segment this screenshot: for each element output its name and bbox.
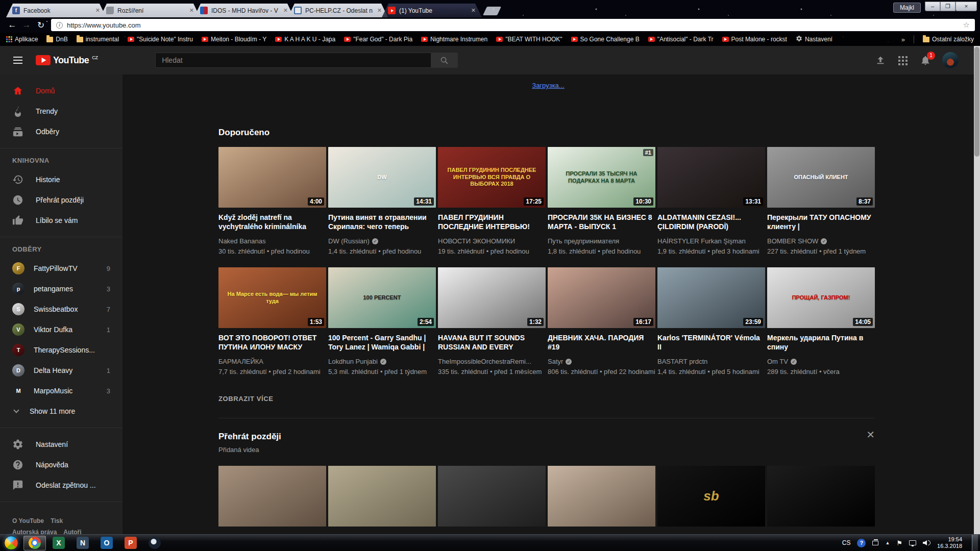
sidebar-item-trending[interactable]: Trendy — [0, 101, 122, 121]
video-channel[interactable]: Satyr ✓ — [548, 358, 655, 365]
bookmark-item[interactable]: Nightmare Instrumen — [421, 36, 487, 43]
video-card[interactable]: ПРОСРАЛИ 35 ТЫСЯЧ НА ПОДАРКАХ НА 8 МАРТА… — [548, 147, 655, 256]
window-restore-button[interactable]: ❐ — [940, 2, 955, 11]
bookmark-star-icon[interactable]: ☆ — [963, 20, 970, 30]
video-card[interactable]: ОПАСНЫЙ КЛИЕНТ 8:37 Перекрыли ТАТУ ОПАСН… — [767, 147, 875, 256]
show-hidden-icons-arrow[interactable]: ▲ — [885, 540, 890, 545]
video-card[interactable]: 100 PERCENT 2:54 100 Percent - Garry San… — [328, 267, 436, 377]
taskbar-excel[interactable]: X — [47, 536, 70, 550]
window-close-button[interactable]: × — [955, 2, 977, 11]
sidebar-subscription-item[interactable]: S Swissbeatbox 7 — [0, 299, 122, 319]
back-button[interactable]: ← — [5, 20, 19, 30]
guide-menu-button[interactable] — [0, 60, 36, 61]
sidebar-item-feedback[interactable]: Odeslat zpětnou ... — [0, 475, 122, 495]
new-tab-button[interactable] — [483, 7, 501, 15]
video-channel[interactable]: BOMBER SHOW ✓ — [767, 237, 875, 245]
video-card[interactable]: DW 14:31 Путина винят в отравлении Скрип… — [328, 147, 436, 256]
action-center-flag-icon[interactable]: ⚑ — [896, 539, 902, 547]
video-title[interactable]: ДНЕВНИК ХАЧА. ПАРОДИЯ #19 — [548, 333, 655, 352]
video-thumbnail[interactable]: 4:00 — [218, 147, 326, 208]
bookmark-settings[interactable]: Nastavení — [796, 35, 832, 43]
browser-profile-button[interactable]: Majkl — [893, 3, 921, 13]
video-thumbnail[interactable]: sb — [657, 466, 765, 527]
footer-link-press[interactable]: Tisk — [51, 517, 63, 524]
sidebar-subscription-item[interactable]: V Viktor Dufka 1 — [0, 319, 122, 340]
video-channel[interactable]: BASTART prdctn ✓ — [657, 358, 765, 365]
volume-icon[interactable] — [923, 540, 930, 545]
browser-tab-facebook[interactable]: f Facebook ✕ — [6, 4, 106, 17]
language-indicator[interactable]: CS — [842, 539, 851, 546]
browser-tab-youtube-active[interactable]: (1) YouTube ✕ — [382, 4, 482, 17]
sidebar-item-help[interactable]: Nápověda — [0, 455, 122, 475]
browser-tab-idos[interactable]: IDOS - MHD Havířov - V ✕ — [194, 4, 294, 17]
video-thumbnail[interactable]: 1:32 — [438, 267, 546, 328]
video-card[interactable]: На Марсе есть вода— мы летим туда 1:53 В… — [218, 267, 326, 377]
video-title[interactable]: Když zloděj natrefí na vychytralého krim… — [218, 213, 326, 231]
video-card[interactable]: ПАВЕЛ ГРУДИНИН ПОСЛЕДНЕЕ ИНТЕРВЬЮ ВСЯ ПР… — [438, 147, 546, 256]
upload-button[interactable] — [875, 55, 886, 66]
sidebar-item-home[interactable]: Domů — [0, 81, 122, 101]
bookmark-item[interactable]: Meiton - Bloudím - Y — [202, 36, 266, 43]
video-card[interactable]: 13:31 ALDATMANIN CEZASI!... ÇILDIRDIM (P… — [657, 147, 765, 256]
video-title[interactable]: Путина винят в отравлении Скрипаля: чего… — [328, 213, 436, 231]
bookmark-item[interactable]: K A H A K U - Japa — [275, 36, 335, 43]
start-button[interactable] — [4, 536, 18, 550]
video-channel[interactable]: БАРМАЛЕЙКА ✓ — [218, 358, 326, 365]
footer-link-creators[interactable]: Autoři — [63, 529, 81, 534]
taskbar-notes[interactable]: N — [71, 536, 94, 550]
video-thumbnail[interactable] — [767, 466, 875, 527]
video-thumbnail[interactable] — [548, 466, 655, 527]
tab-close-icon[interactable]: ✕ — [470, 7, 477, 14]
sidebar-item-liked-videos[interactable]: Líbilo se vám — [0, 210, 122, 231]
video-channel[interactable]: Путь предпринимателя ✓ — [548, 237, 655, 245]
taskbar-chrome[interactable] — [23, 536, 46, 550]
tab-close-icon[interactable]: ✕ — [188, 7, 195, 14]
bookmark-other-folder[interactable]: Ostatní záložky — [923, 36, 974, 43]
video-thumbnail[interactable]: На Марсе есть вода— мы летим туда 1:53 — [218, 267, 326, 328]
video-title[interactable]: Меркель ударила Путина в спину — [767, 333, 875, 352]
video-thumbnail[interactable]: ПРОСРАЛИ 35 ТЫСЯЧ НА ПОДАРКАХ НА 8 МАРТА… — [548, 147, 655, 208]
search-input[interactable] — [155, 53, 431, 68]
sidebar-subscription-item[interactable]: M MarpoMusic 3 — [0, 381, 122, 401]
window-tray-icon[interactable] — [872, 541, 878, 545]
bookmark-item[interactable]: So Gone Challenge B — [571, 36, 640, 43]
url-text[interactable]: https://www.youtube.com — [67, 21, 959, 29]
tab-close-icon[interactable]: ✕ — [282, 7, 289, 14]
search-button[interactable] — [431, 53, 458, 68]
youtube-logo[interactable]: YouTube CZ — [36, 55, 98, 65]
video-title[interactable]: ВОТ ЭТО ПОВОРОТ! ОТВЕТ ПУТИНА ИЛОНУ МАСК… — [218, 333, 326, 352]
tab-close-icon[interactable]: ✕ — [376, 7, 383, 14]
sidebar-subscription-item[interactable]: F FattyPillowTV 9 — [0, 258, 122, 279]
video-card[interactable]: 4:00 Když zloděj natrefí na vychytralého… — [218, 147, 326, 256]
sidebar-subscription-item[interactable]: D Delta Heavy 1 — [0, 360, 122, 381]
scrollbar-thumb[interactable] — [974, 47, 979, 157]
taskbar-outlook[interactable]: O — [95, 536, 118, 550]
tab-close-icon[interactable]: ✕ — [94, 7, 101, 14]
apps-button[interactable] — [897, 55, 909, 65]
video-title[interactable]: ПРОСРАЛИ 35К НА БИЗНЕС 8 МАРТА - ВЫПУСК … — [548, 213, 655, 231]
video-card[interactable]: ПРОЩАЙ, ГАЗПРОМ! 14:05 Меркель ударила П… — [767, 267, 875, 377]
taskbar-clock[interactable]: 19:54 16.3.2018 — [937, 536, 965, 549]
video-channel[interactable]: Naked Bananas ✓ — [218, 237, 326, 245]
network-icon[interactable] — [909, 540, 916, 545]
video-channel[interactable]: DW (Russian) ✓ — [328, 237, 436, 245]
bookmark-item[interactable]: "Suicide Note" Instru — [128, 36, 193, 43]
bookmark-item[interactable]: "Antisocial" - Dark Tr — [648, 36, 714, 43]
forward-button[interactable]: → — [19, 20, 34, 30]
footer-link-about[interactable]: O YouTube — [12, 517, 44, 524]
video-thumbnail[interactable]: 23:59 — [657, 267, 765, 328]
sidebar-subscription-item[interactable]: T TherapySessions... — [0, 340, 122, 360]
bookmark-folder-instrumental[interactable]: instrumental — [77, 36, 119, 43]
sidebar-item-subscriptions[interactable]: Odběry — [0, 121, 122, 142]
loading-link[interactable]: Загрузка... — [532, 82, 564, 89]
video-channel[interactable]: Om TV ✓ — [767, 358, 875, 365]
close-icon[interactable]: ✕ — [866, 430, 875, 440]
address-bar[interactable]: i https://www.youtube.com ☆ — [51, 19, 975, 31]
sidebar-item-settings[interactable]: Nastavení — [0, 434, 122, 455]
video-title[interactable]: Перекрыли ТАТУ ОПАСНОМУ клиенту | — [767, 213, 875, 231]
browser-tab-extensions[interactable]: Rozšíření ✕ — [100, 4, 200, 17]
page-info-icon[interactable]: i — [56, 22, 63, 29]
sidebar-item-history[interactable]: Historie — [0, 169, 122, 190]
footer-link-copyright[interactable]: Autorská práva — [12, 529, 57, 534]
video-title[interactable]: ALDATMANIN CEZASI!... ÇILDIRDIM (PARODİ) — [657, 213, 765, 231]
